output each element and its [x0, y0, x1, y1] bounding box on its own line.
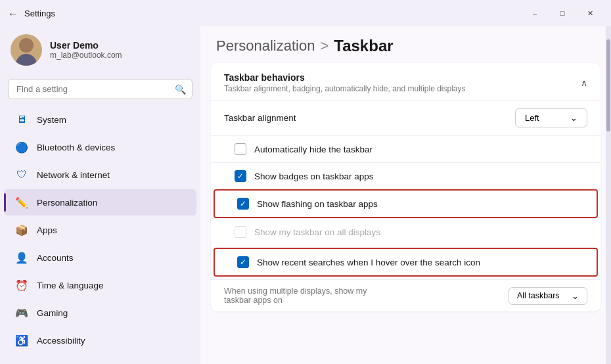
nav-apps[interactable]: 📦 Apps [4, 217, 196, 243]
user-info: User Demo m_lab@outlook.com [50, 40, 122, 60]
recent-searches-label: Show recent searches when I hover over t… [257, 258, 480, 267]
avatar-figure [11, 34, 42, 66]
breadcrumb-parent[interactable]: Personalization [216, 37, 315, 55]
nav-gaming[interactable]: 🎮 Gaming [4, 300, 196, 326]
back-icon[interactable]: ← [8, 8, 18, 19]
nav-time[interactable]: ⏰ Time & language [4, 272, 196, 298]
user-email: m_lab@outlook.com [50, 51, 122, 60]
nav-personalization[interactable]: ✏️ Personalization [4, 189, 196, 216]
user-profile[interactable]: User Demo m_lab@outlook.com [0, 26, 200, 76]
section-title: Taskbar behaviors [224, 72, 466, 83]
avatar [11, 34, 42, 66]
network-icon: 🛡 [14, 168, 29, 182]
user-name: User Demo [50, 40, 122, 51]
bottom-row: When using multiple displays, show my ta… [211, 279, 600, 311]
nav-label-apps: Apps [37, 225, 57, 235]
content-area: Personalization > Taskbar Taskbar behavi… [200, 26, 611, 364]
taskbar-apps-value: All taskbars [517, 291, 560, 300]
search-input[interactable] [8, 79, 192, 99]
nav-label-bluetooth: Bluetooth & devices [37, 143, 115, 152]
maximize-button[interactable]: □ [549, 4, 576, 22]
scrollbar-thumb[interactable] [606, 39, 610, 131]
titlebar-left: ← Settings [8, 8, 55, 19]
setting-badges: Show badges on taskbar apps [211, 162, 600, 189]
nav-accounts[interactable]: 👤 Accounts [4, 244, 196, 271]
bluetooth-icon: 🔵 [14, 140, 29, 154]
auto-hide-checkbox[interactable] [235, 143, 246, 155]
nav-label-network: Network & internet [37, 170, 110, 180]
setting-auto-hide: Automatically hide the taskbar [211, 135, 600, 162]
titlebar: ← Settings – □ ✕ [0, 0, 611, 26]
nav-label-personalization: Personalization [37, 198, 97, 208]
main-layout: User Demo m_lab@outlook.com 🔍 🖥 System 🔵… [0, 26, 611, 364]
nav-bluetooth[interactable]: 🔵 Bluetooth & devices [4, 134, 196, 160]
flashing-label: Show flashing on taskbar apps [257, 199, 378, 209]
all-displays-checkbox[interactable] [235, 226, 246, 238]
flashing-checkbox[interactable] [237, 198, 249, 210]
accessibility-icon: ♿ [14, 333, 29, 348]
all-displays-label: Show my taskbar on all displays [254, 227, 380, 237]
close-button[interactable]: ✕ [577, 4, 603, 22]
system-icon: 🖥 [14, 112, 29, 127]
dropdown-sm-chevron-icon: ⌄ [572, 291, 579, 301]
bottom-label: When using multiple displays, show my ta… [224, 286, 382, 305]
taskbar-behaviors-section: Taskbar behaviors Taskbar alignment, bad… [211, 63, 600, 311]
chevron-up-icon: ∧ [581, 78, 587, 88]
recent-searches-checkbox[interactable] [237, 256, 249, 268]
nav-label-time: Time & language [37, 281, 104, 290]
setting-recent-searches: Show recent searches when I hover over t… [214, 248, 598, 277]
setting-all-displays: Show my taskbar on all displays [211, 218, 600, 245]
alignment-dropdown[interactable]: Left ⌄ [515, 108, 587, 127]
personalization-icon: ✏️ [14, 195, 29, 210]
taskbar-apps-dropdown[interactable]: All taskbars ⌄ [509, 287, 587, 305]
section-header[interactable]: Taskbar behaviors Taskbar alignment, bad… [211, 63, 600, 100]
search-box: 🔍 [8, 79, 192, 99]
accounts-icon: 👤 [14, 250, 29, 265]
badges-checkbox[interactable] [235, 170, 246, 182]
badges-label: Show badges on taskbar apps [254, 171, 374, 181]
avatar-head [19, 38, 34, 53]
minimize-button[interactable]: – [522, 4, 548, 22]
apps-icon: 📦 [14, 223, 29, 237]
nav-label-gaming: Gaming [37, 308, 68, 318]
auto-hide-label: Automatically hide the taskbar [254, 145, 373, 154]
nav-label-accounts: Accounts [37, 253, 74, 263]
nav-label-accessibility: Accessibility [37, 336, 85, 346]
setting-flashing: Show flashing on taskbar apps [214, 189, 598, 218]
breadcrumb-separator: > [320, 37, 328, 55]
nav-label-system: System [37, 115, 66, 125]
section-header-text: Taskbar behaviors Taskbar alignment, bad… [224, 72, 466, 93]
alignment-value: Left [525, 113, 539, 123]
section-subtitle: Taskbar alignment, badging, automaticall… [224, 84, 466, 93]
time-icon: ⏰ [14, 278, 29, 292]
scrollbar-track[interactable] [606, 26, 611, 364]
nav-accessibility[interactable]: ♿ Accessibility [4, 327, 196, 353]
nav-system[interactable]: 🖥 System [4, 106, 196, 133]
titlebar-controls: – □ ✕ [522, 4, 603, 22]
dropdown-chevron-icon: ⌄ [570, 113, 577, 123]
sidebar: User Demo m_lab@outlook.com 🔍 🖥 System 🔵… [0, 26, 200, 364]
alignment-row: Taskbar alignment Left ⌄ [211, 100, 600, 135]
avatar-body [16, 54, 37, 66]
breadcrumb: Personalization > Taskbar [200, 26, 611, 63]
search-icon: 🔍 [175, 84, 186, 95]
nav-network[interactable]: 🛡 Network & internet [4, 162, 196, 188]
app-title: Settings [24, 9, 55, 18]
gaming-icon: 🎮 [14, 306, 29, 320]
alignment-label: Taskbar alignment [224, 113, 296, 123]
breadcrumb-current: Taskbar [334, 37, 393, 55]
